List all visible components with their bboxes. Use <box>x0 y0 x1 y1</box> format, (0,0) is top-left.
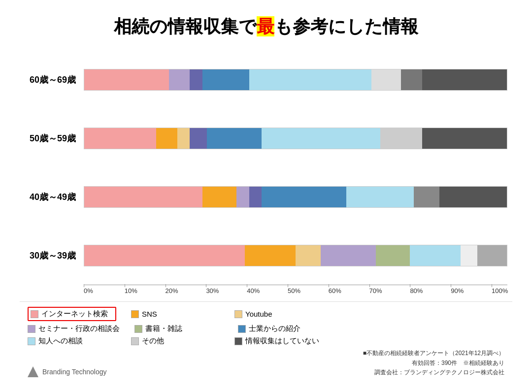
legend-label-sns: SNS <box>142 310 157 318</box>
bar-segment <box>84 187 202 207</box>
legend-swatch-professional <box>238 325 246 333</box>
legend-label-internet: インターネット検索 <box>41 309 108 319</box>
bar-segment <box>156 128 177 149</box>
footer-note: ■不動産の相続経験者アンケート（2021年12月調べ） 有効回答：390件 ※相… <box>363 349 504 377</box>
row-label: 50歳～59歳 <box>25 132 84 144</box>
bar-segment <box>422 69 507 90</box>
bar-segment <box>190 69 202 90</box>
legend-label-seminar: セミナー・行政の相談会 <box>38 324 120 333</box>
legend-label-other: その他 <box>142 336 164 346</box>
footer-note-line3: 調査会社：ブランディングテクノロジー株式会社 <box>363 368 504 377</box>
legend-swatch-internet <box>31 310 38 318</box>
bar-segment <box>401 69 422 90</box>
branding: Branding Technology <box>28 366 107 377</box>
legend-label-books: 書籍・雑誌 <box>145 324 182 333</box>
x-tick: 100% <box>492 287 507 294</box>
bar-row: 30歳～39歳 <box>25 244 507 267</box>
x-axis-line <box>84 285 507 285</box>
legend-swatch-seminar <box>28 325 35 333</box>
legend-rows: インターネット検索SNSYoutubeセミナー・行政の相談会書籍・雑誌士業からの… <box>28 307 504 346</box>
legend-item-seminar: セミナー・行政の相談会 <box>28 324 120 333</box>
footer-note-line1: ■不動産の相続経験者アンケート（2021年12月調べ） <box>363 349 504 358</box>
x-tick: 80% <box>410 287 451 294</box>
bar-segment <box>296 245 321 266</box>
x-tick: 70% <box>369 287 410 294</box>
legend-area: インターネット検索SNSYoutubeセミナー・行政の相談会書籍・雑誌士業からの… <box>20 301 512 382</box>
legend-swatch-none <box>234 337 242 345</box>
legend-item-none: 情報収集はしていない <box>234 336 323 346</box>
legend-row: セミナー・行政の相談会書籍・雑誌士業からの紹介 <box>28 324 504 333</box>
x-axis: 0%10%20%30%40%50%60%70%80%90%100% <box>84 287 507 294</box>
title-part1: 相続の情報収集で <box>114 16 257 36</box>
bar-segment <box>177 128 190 149</box>
branding-text: Branding Technology <box>42 368 107 376</box>
bar-segment <box>84 69 169 90</box>
legend-row: 知人への相談その他情報収集はしていない <box>28 336 504 346</box>
legend-label-youtube: Youtube <box>245 310 272 318</box>
legend-item-books: 書籍・雑誌 <box>134 324 223 333</box>
bar-row: 50歳～59歳 <box>25 127 507 150</box>
bar-segment <box>410 245 461 266</box>
bar-segment <box>236 187 249 207</box>
bar-segment <box>414 187 439 207</box>
bar-segment <box>202 69 249 90</box>
x-tick: 0% <box>84 287 125 294</box>
legend-label-professional: 士業からの紹介 <box>249 324 300 333</box>
bar-segment <box>461 245 477 266</box>
x-tick: 10% <box>125 287 166 294</box>
page-container: 相続の情報収集で最も参考にした情報 60歳～69歳50歳～59歳40歳～49歳3… <box>0 0 532 392</box>
legend-label-none: 情報収集はしていない <box>245 336 319 346</box>
title-part2: も参考にした情報 <box>274 16 418 36</box>
bar-segment <box>249 187 262 207</box>
title-red: 最 <box>257 16 274 36</box>
legend-row: インターネット検索SNSYoutube <box>28 307 504 321</box>
bar-row: 40歳～49歳 <box>25 185 507 209</box>
row-label: 40歳～49歳 <box>25 191 84 203</box>
bar-segment <box>190 128 206 149</box>
bar-container <box>84 128 507 149</box>
x-tick: 60% <box>329 287 369 294</box>
legend-item-other: その他 <box>131 336 220 346</box>
bar-segment <box>202 187 236 207</box>
legend-swatch-other <box>131 337 139 345</box>
bar-segment <box>249 69 372 90</box>
legend-item-friends: 知人への相談 <box>28 336 116 346</box>
row-label: 60歳～69歳 <box>25 74 84 86</box>
bar-segment <box>262 187 346 207</box>
bar-segment <box>84 245 245 266</box>
footer-row: Branding Technology ■不動産の相続経験者アンケート（2021… <box>28 349 504 377</box>
legend-item-internet: インターネット検索 <box>28 307 116 321</box>
legend-item-youtube: Youtube <box>234 310 323 318</box>
bar-segment <box>207 128 262 149</box>
x-tick: 50% <box>288 287 329 294</box>
bar-segment <box>380 128 423 149</box>
x-tick: 40% <box>247 287 288 294</box>
x-tick: 90% <box>451 287 492 294</box>
legend-label-friends: 知人への相談 <box>38 336 83 346</box>
bar-container <box>84 186 507 208</box>
bar-segment <box>169 69 190 90</box>
x-tick: 30% <box>206 287 247 294</box>
legend-item-sns: SNS <box>131 310 220 318</box>
bar-container <box>84 69 507 91</box>
bar-segment <box>84 128 156 149</box>
bar-segment <box>477 245 507 266</box>
bar-segment <box>422 128 507 149</box>
bar-segment <box>371 69 401 90</box>
row-label: 30歳～39歳 <box>25 250 84 261</box>
chart-title: 相続の情報収集で最も参考にした情報 <box>20 15 512 39</box>
title-highlight: 最 <box>257 16 274 36</box>
bar-segment <box>321 245 376 266</box>
svg-marker-0 <box>28 366 38 377</box>
legend-swatch-youtube <box>234 310 242 318</box>
legend-swatch-sns <box>131 310 139 318</box>
bar-segment <box>346 187 414 207</box>
footer-note-line2: 有効回答：390件 ※相続経験あり <box>363 359 504 368</box>
bar-segment <box>262 128 380 149</box>
branding-logo-icon <box>28 366 38 377</box>
bar-segment <box>376 245 410 266</box>
bar-container <box>84 245 507 266</box>
chart-area: 60歳～69歳50歳～59歳40歳～49歳30歳～39歳 0%10%20%30%… <box>20 51 512 294</box>
bar-segment <box>439 187 507 207</box>
legend-item-professional: 士業からの紹介 <box>238 324 327 333</box>
